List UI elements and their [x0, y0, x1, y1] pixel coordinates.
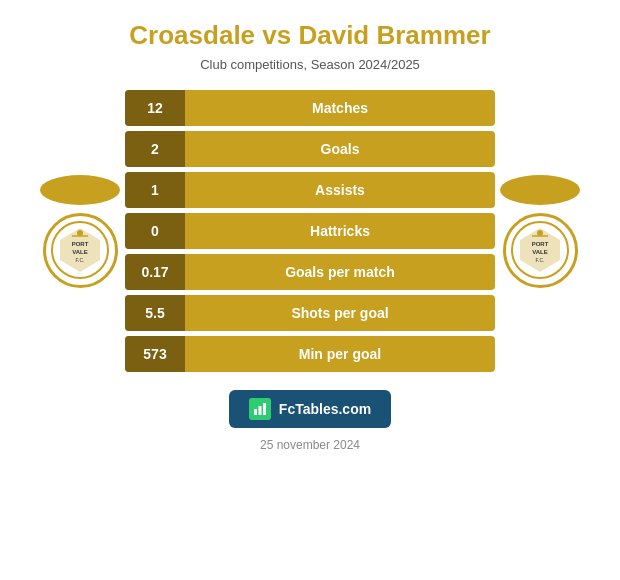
svg-text:F.C.: F.C.: [76, 257, 85, 263]
svg-text:VALE: VALE: [532, 249, 548, 255]
svg-rect-14: [254, 409, 257, 415]
right-team-badge: PORT VALE F.C.: [495, 175, 585, 288]
fctables-icon: [249, 398, 271, 420]
stat-row: 0.17Goals per match: [125, 254, 495, 290]
svg-text:PORT: PORT: [532, 241, 549, 247]
stat-value: 1: [125, 172, 185, 208]
stat-row: 2Goals: [125, 131, 495, 167]
stat-label: Assists: [185, 182, 495, 198]
stat-value: 573: [125, 336, 185, 372]
stat-value: 0: [125, 213, 185, 249]
match-subtitle: Club competitions, Season 2024/2025: [200, 57, 420, 72]
stat-label: Hattricks: [185, 223, 495, 239]
page: Croasdale vs David Brammer Club competit…: [0, 0, 620, 580]
stats-list: 12Matches2Goals1Assists0Hattricks0.17Goa…: [125, 90, 495, 372]
stat-label: Matches: [185, 100, 495, 116]
stats-section: PORT VALE F.C. 12Matches2Goals1Assists0H…: [10, 90, 610, 372]
stat-value: 0.17: [125, 254, 185, 290]
stat-label: Min per goal: [185, 346, 495, 362]
right-ellipse: [500, 175, 580, 205]
fctables-label: FcTables.com: [279, 401, 371, 417]
svg-point-13: [537, 230, 543, 236]
stat-value: 12: [125, 90, 185, 126]
svg-rect-15: [258, 406, 261, 415]
stat-value: 5.5: [125, 295, 185, 331]
fctables-badge[interactable]: FcTables.com: [229, 390, 391, 428]
match-title: Croasdale vs David Brammer: [129, 20, 490, 51]
stat-row: 12Matches: [125, 90, 495, 126]
stat-row: 573Min per goal: [125, 336, 495, 372]
svg-text:VALE: VALE: [72, 249, 88, 255]
svg-text:PORT: PORT: [72, 241, 89, 247]
left-ellipse: [40, 175, 120, 205]
right-team-logo: PORT VALE F.C.: [503, 213, 578, 288]
svg-rect-16: [263, 403, 266, 415]
left-team-logo: PORT VALE F.C.: [43, 213, 118, 288]
stat-row: 0Hattricks: [125, 213, 495, 249]
stat-label: Shots per goal: [185, 305, 495, 321]
stat-row: 5.5Shots per goal: [125, 295, 495, 331]
date-footer: 25 november 2024: [260, 438, 360, 452]
svg-point-6: [77, 230, 83, 236]
stat-row: 1Assists: [125, 172, 495, 208]
stat-label: Goals per match: [185, 264, 495, 280]
stat-label: Goals: [185, 141, 495, 157]
stat-value: 2: [125, 131, 185, 167]
svg-text:F.C.: F.C.: [536, 257, 545, 263]
left-team-badge: PORT VALE F.C.: [35, 175, 125, 288]
